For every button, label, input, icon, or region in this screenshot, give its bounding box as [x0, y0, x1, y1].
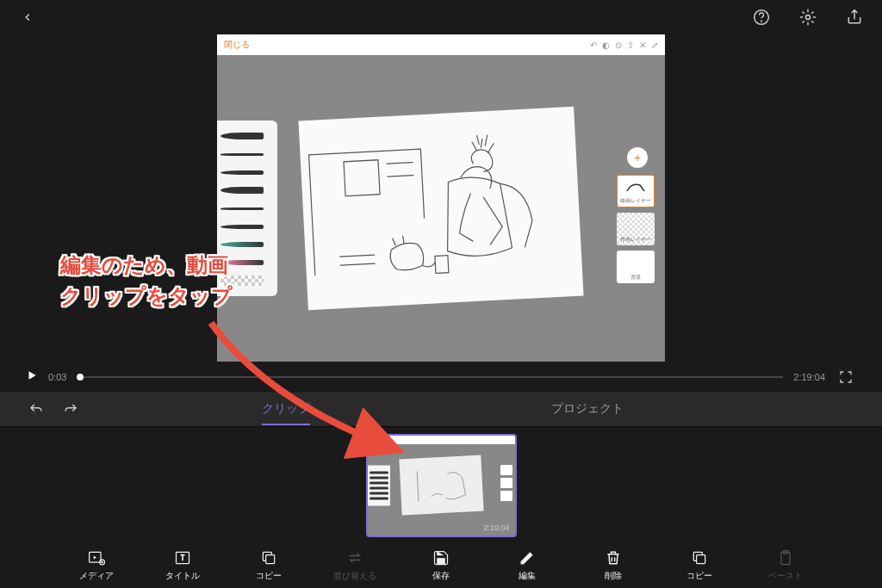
- media-icon: [88, 549, 105, 566]
- brush-2: [220, 146, 274, 162]
- playback-bar: 0:03 2:19:04: [0, 362, 882, 393]
- progress-handle[interactable]: [77, 374, 84, 381]
- canvas-preview[interactable]: 閉じる ↶ ◐ ⊙ ⇧ ✕ ⤢: [217, 34, 665, 362]
- delete-button[interactable]: 削除: [592, 549, 635, 582]
- title-icon: [174, 549, 191, 566]
- edit-icon: [519, 549, 536, 566]
- paste-icon: [777, 549, 794, 566]
- copy2-icon: [691, 549, 708, 566]
- clip-area: 2:19:04: [0, 427, 882, 543]
- layers-panel: + 線画レイヤー 作画レイヤー 背景: [617, 147, 658, 288]
- layer-thumb-1: 線画レイヤー: [617, 175, 655, 207]
- undo-button[interactable]: [26, 399, 47, 420]
- media-button[interactable]: メディア: [75, 549, 118, 582]
- tab-project[interactable]: プロジェクト: [551, 394, 624, 425]
- add-layer-button: +: [627, 147, 648, 168]
- total-time: 2:19:04: [793, 372, 825, 382]
- sketch-canvas: [298, 107, 583, 310]
- brush-4: [220, 183, 274, 198]
- close-label: 閉じる: [224, 39, 250, 51]
- top-bar: [0, 0, 882, 34]
- progress-track[interactable]: [77, 376, 783, 378]
- copy2-button[interactable]: コピー: [678, 549, 721, 582]
- expand-mini-icon: ⤢: [651, 40, 658, 50]
- paste-button: ペースト: [764, 549, 807, 582]
- brush-3: [220, 164, 274, 180]
- fullscreen-button[interactable]: [835, 367, 856, 387]
- bottom-toolbar: メディア タイトル コピー 並び替える 保存 編集 削除: [0, 543, 882, 588]
- tool-icon-4: ✕: [639, 40, 646, 50]
- copy-button[interactable]: コピー: [247, 549, 290, 582]
- tool-icon-1: ◐: [602, 40, 610, 50]
- layer-thumb-3: 背景: [617, 251, 655, 283]
- title-button[interactable]: タイトル: [161, 549, 204, 582]
- edit-button[interactable]: 編集: [506, 549, 549, 582]
- save-button[interactable]: 保存: [419, 549, 463, 582]
- brush-6: [220, 219, 274, 234]
- tool-icon-3: ⇧: [627, 40, 634, 50]
- copy-icon: [260, 549, 277, 566]
- annotation-line2: クリップをタップ: [60, 281, 233, 312]
- svg-point-2: [806, 15, 811, 20]
- preview-area: 閉じる ↶ ◐ ⊙ ⇧ ✕ ⤢: [0, 34, 882, 362]
- delete-icon: [605, 549, 622, 566]
- share-icon[interactable]: [844, 7, 865, 28]
- clip-duration: 2:19:04: [483, 523, 509, 532]
- annotation-arrow: [198, 314, 422, 469]
- tabs-row: クリップ プロジェクト: [0, 393, 882, 427]
- reorder-icon: [346, 549, 363, 566]
- layer-thumb-2: 作画レイヤー: [617, 213, 655, 245]
- canvas-toolbar: 閉じる ↶ ◐ ⊙ ⇧ ✕ ⤢: [217, 34, 665, 55]
- reorder-button: 並び替える: [333, 549, 376, 582]
- svg-point-1: [761, 21, 762, 22]
- brush-5: [220, 201, 274, 216]
- current-time: 0:03: [48, 372, 66, 382]
- back-button[interactable]: [17, 7, 38, 28]
- svg-rect-7: [697, 555, 705, 564]
- redo-button[interactable]: [60, 399, 81, 420]
- brush-1: [220, 128, 274, 144]
- undo-mini-icon: ↶: [590, 40, 597, 50]
- help-icon[interactable]: [751, 7, 772, 28]
- tool-icon-2: ⊙: [615, 40, 622, 50]
- annotation-overlay: 編集のため、動画 クリップをタップ: [60, 250, 233, 312]
- play-button[interactable]: [26, 369, 38, 385]
- annotation-line1: 編集のため、動画: [60, 250, 233, 281]
- save-icon: [432, 549, 450, 566]
- svg-rect-6: [266, 555, 275, 564]
- settings-icon[interactable]: [798, 7, 818, 28]
